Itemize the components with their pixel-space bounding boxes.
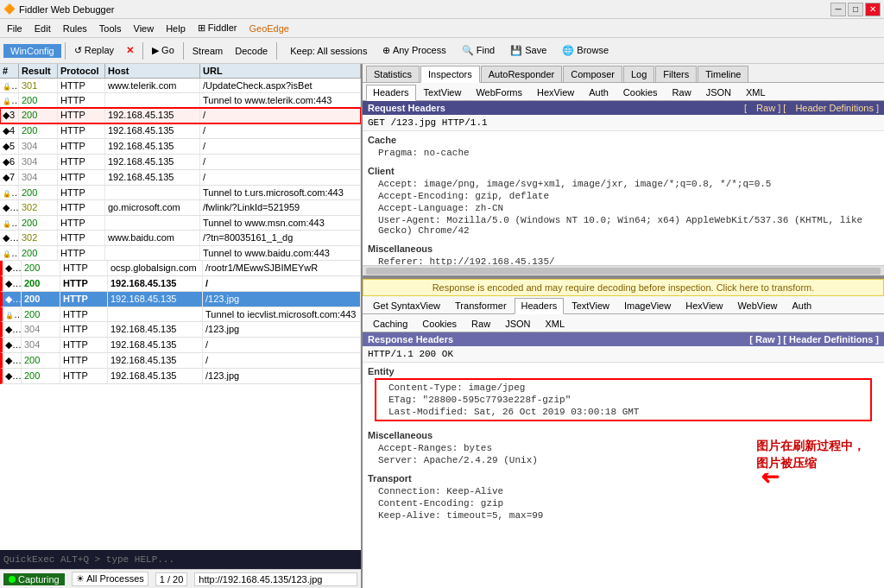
session-list[interactable]: # Result Protocol Host URL 🔒1 301 HTTP w… [0,64,361,550]
request-headers-content: Cache Pragma: no-cache Client Accept: im… [363,131,884,265]
row-url: / [203,338,361,352]
resp-subtab-syntaxview[interactable]: Get SyntaxView [366,298,447,313]
session-row[interactable]: ◆6 304 HTTP 192.168.45.135 / [0,155,361,170]
resp-raw-link[interactable]: Raw [753,334,778,345]
request-section-title: Request Headers [368,103,445,113]
session-row[interactable]: ◆12 302 HTTP www.baidu.com /?tn=80035161… [0,231,361,246]
menu-rules[interactable]: Rules [58,22,92,35]
quickexec-input[interactable] [3,554,357,565]
subtab-raw[interactable]: Raw [666,85,698,100]
replay-button[interactable]: ↺ Replay [69,42,119,59]
subtab-json[interactable]: JSON [699,85,738,100]
menu-file[interactable]: File [2,22,28,35]
session-row[interactable]: 🔒13 200 HTTP Tunnel to www.baidu.com:443 [0,246,361,261]
session-row[interactable]: ◆22 200 HTTP 192.168.45.135 / [0,353,361,369]
resp-subtab-imageview[interactable]: ImageView [617,298,678,313]
tab-timeline[interactable]: Timeline [698,66,748,82]
raw-link[interactable]: Raw [754,103,778,113]
tab-autoresponder[interactable]: AutoResponder [481,66,562,82]
resp-subtab-webview[interactable]: WebView [730,298,784,313]
session-row[interactable]: ◆4 200 HTTP 192.168.45.135 / [0,123,361,139]
row-id: 🔒17 [3,307,22,321]
session-row[interactable]: ◆20 304 HTTP 192.168.45.135 /123.jpg [0,322,361,338]
resp-subtab-headers[interactable]: Headers [515,298,565,314]
session-row[interactable]: ◆3 200 HTTP 192.168.45.135 / [0,108,361,123]
session-row[interactable]: ◆15 200 HTTP 192.168.45.135 / [0,276,361,292]
winconfig-button[interactable]: WinConfig [3,44,61,58]
session-row[interactable]: ◆5 304 HTTP 192.168.45.135 / [0,139,361,155]
session-row[interactable]: 🔒17 200 HTTP Tunnel to iecvlist.microsof… [0,307,361,322]
resp-subtab-raw[interactable]: Raw [464,316,497,332]
resp-subtab-caching[interactable]: Caching [366,316,414,332]
response-section-title: Response Headers [368,334,453,345]
count-status: 1 / 20 [155,572,188,586]
menu-fiddler[interactable]: ⊞ Fiddler [193,21,243,35]
tab-inspectors[interactable]: Inspectors [420,66,480,83]
stream-button[interactable]: Stream [187,43,228,59]
browse-button[interactable]: 🌐 Browse [556,42,615,59]
menu-geoedge[interactable]: GeoEdge [243,22,294,35]
resp-subtab-hexview[interactable]: HexView [679,298,729,313]
row-host: 192.168.45.135 [108,322,203,337]
row-result: 200 [19,246,58,260]
entity-title: Entity [368,366,879,376]
resp-subtab-cookies[interactable]: Cookies [415,316,464,332]
maximize-button[interactable]: □ [848,3,863,16]
subtab-xml[interactable]: XML [739,85,773,100]
session-row[interactable]: 🔒1 301 HTTP www.telerik.com /UpdateCheck… [0,79,361,93]
subtab-webforms[interactable]: WebForms [469,85,529,100]
subtab-textview[interactable]: TextView [417,85,469,100]
x-button[interactable]: ✕ [121,42,139,59]
request-section-header: Request Headers [ Raw ] [ Header Definit… [363,101,884,115]
row-url: Tunnel to t.urs.microsoft.com:443 [200,186,361,199]
session-row-selected[interactable]: ◆16 200 HTTP 192.168.45.135 /123.jpg [0,292,361,307]
row-url: Tunnel to www.baidu.com:443 [200,246,361,260]
tab-log[interactable]: Log [623,66,654,82]
processes-label: ☀ [76,573,85,584]
tab-composer[interactable]: Composer [563,66,622,82]
subtab-auth[interactable]: Auth [582,85,616,100]
resp-header-defs-link[interactable]: Header Definitions [786,334,875,345]
session-row[interactable]: ◆21 304 HTTP 192.168.45.135 / [0,338,361,353]
row-result: 200 [19,186,58,199]
transport-title-resp: Transport [368,473,879,484]
session-row[interactable]: ◆14 200 HTTP ocsp.globalsign.com /rootr1… [0,261,361,276]
col-id: # [0,64,19,78]
tab-statistics[interactable]: Statistics [366,66,420,82]
menu-bar: File Edit Rules Tools View Help ⊞ Fiddle… [0,19,884,38]
resp-subtab-auth[interactable]: Auth [785,298,818,313]
subtab-cookies[interactable]: Cookies [616,85,665,100]
row-id: ◆23 [3,369,22,383]
processes-status[interactable]: ☀ All Processes [72,572,148,586]
find-button[interactable]: 🔍 Find [456,42,501,59]
tab-filters[interactable]: Filters [655,66,697,82]
go-button[interactable]: ▶ Go [147,42,180,59]
session-row[interactable]: 🔒2 200 HTTP Tunnel to www.telerik.com:44… [0,93,361,108]
close-button[interactable]: ✕ [865,3,881,16]
decode-button[interactable]: Decode [230,43,273,59]
header-defs-link[interactable]: Header Definitions [792,103,876,113]
session-row[interactable]: 🔒8 200 HTTP Tunnel to t.urs.microsoft.co… [0,186,361,200]
session-row[interactable]: 🔒11 200 HTTP Tunnel to www.msn.com:443 [0,216,361,231]
menu-view[interactable]: View [129,22,160,35]
minimize-button[interactable]: ─ [830,3,846,16]
warning-bar[interactable]: Response is encoded and may require deco… [363,279,884,296]
any-process-button[interactable]: ⊕ Any Process [376,42,451,59]
menu-tools[interactable]: Tools [94,22,127,35]
menu-help[interactable]: Help [161,22,191,35]
session-row[interactable]: ◆10 302 HTTP go.microsoft.com /fwlink/?L… [0,200,361,216]
row-result: 301 [19,79,58,92]
resp-subtab-json[interactable]: JSON [498,316,537,332]
session-row[interactable]: ◆23 200 HTTP 192.168.45.135 /123.jpg [0,369,361,384]
resp-subtab-textview[interactable]: TextView [565,298,616,313]
subtab-headers[interactable]: Headers [366,85,416,101]
menu-edit[interactable]: Edit [29,22,56,35]
resp-subtab-transformer[interactable]: Transformer [448,298,514,313]
misc-title-req: Miscellaneous [368,243,879,254]
resp-subtab-xml[interactable]: XML [538,316,571,332]
keep-sessions-button[interactable]: Keep: All sessions [284,43,373,59]
subtab-hexview[interactable]: HexView [530,85,581,100]
session-row[interactable]: ◆7 304 HTTP 192.168.45.135 / [0,170,361,186]
save-button[interactable]: 💾 Save [504,42,552,59]
req-hscrollbar[interactable] [363,265,884,275]
